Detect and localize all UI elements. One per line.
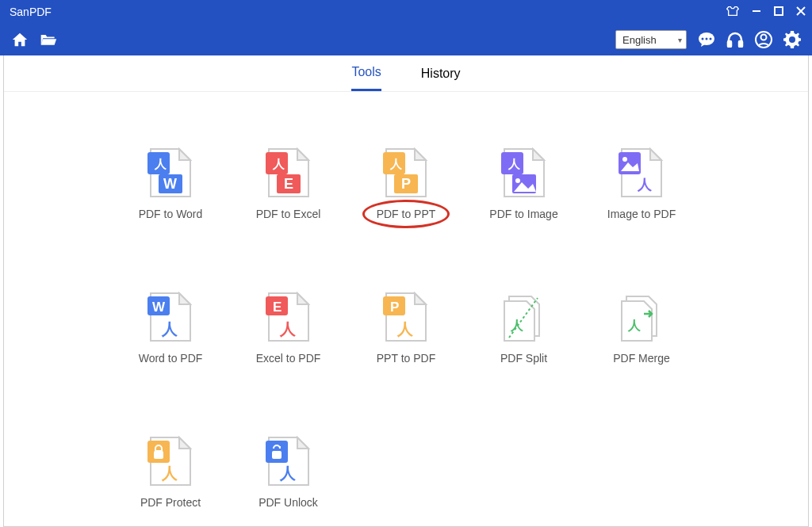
- tool-pdf-merge[interactable]: 人 PDF Merge: [586, 292, 697, 365]
- pdf-to-excel-icon: 人 E: [266, 147, 312, 200]
- pdf-unlock-icon: 人: [266, 436, 312, 488]
- svg-text:人: 人: [161, 464, 178, 482]
- tool-label: Word to PDF: [139, 352, 203, 365]
- tool-image-to-pdf[interactable]: 人 Image to PDF: [586, 147, 697, 220]
- tool-label: Image to PDF: [607, 208, 676, 220]
- svg-text:E: E: [284, 176, 293, 192]
- chat-icon[interactable]: [698, 31, 715, 48]
- svg-text:P: P: [390, 300, 399, 315]
- highlight-annotation: [362, 200, 450, 228]
- tshirt-icon[interactable]: [726, 6, 739, 19]
- svg-point-5: [702, 38, 704, 40]
- tool-label: PDF Split: [500, 352, 547, 365]
- home-icon[interactable]: [11, 31, 29, 48]
- svg-text:P: P: [401, 176, 411, 192]
- tool-label: PDF to Word: [139, 208, 203, 220]
- main-content: Tools History 人 W PDF to Word 人 E: [3, 55, 809, 527]
- headphones-icon[interactable]: [726, 31, 744, 48]
- window-controls: [726, 6, 806, 19]
- excel-to-pdf-icon: E 人: [266, 292, 312, 344]
- svg-point-29: [622, 157, 627, 162]
- svg-point-27: [515, 178, 520, 183]
- tool-label: PDF to Excel: [256, 208, 321, 220]
- svg-text:人: 人: [279, 320, 297, 338]
- svg-text:人: 人: [279, 464, 297, 482]
- tool-pdf-unlock[interactable]: 人 PDF Unlock: [233, 436, 344, 509]
- language-selected: English: [622, 34, 657, 46]
- tab-tools[interactable]: Tools: [351, 55, 381, 91]
- svg-rect-9: [739, 41, 742, 47]
- svg-text:W: W: [163, 176, 177, 192]
- tabs: Tools History: [4, 55, 808, 92]
- tool-label: PDF Unlock: [259, 496, 318, 509]
- tool-pdf-to-image[interactable]: 人 PDF to Image: [469, 147, 580, 220]
- user-icon[interactable]: [755, 31, 772, 48]
- svg-rect-1: [775, 7, 783, 15]
- ppt-to-pdf-icon: P 人: [383, 292, 429, 344]
- maximize-button[interactable]: [774, 6, 783, 18]
- svg-rect-47: [272, 451, 282, 459]
- svg-rect-8: [728, 41, 731, 47]
- settings-icon[interactable]: [783, 31, 801, 48]
- toolbar: English: [0, 24, 812, 55]
- svg-text:人: 人: [627, 319, 642, 332]
- pdf-to-word-icon: 人 W: [147, 147, 193, 200]
- tool-pdf-split[interactable]: 人 PDF Split: [469, 292, 580, 365]
- tab-history[interactable]: History: [421, 55, 461, 91]
- svg-text:E: E: [273, 300, 282, 315]
- tool-excel-to-pdf[interactable]: E 人 Excel to PDF: [233, 292, 344, 365]
- svg-text:人: 人: [396, 320, 414, 338]
- svg-text:人: 人: [154, 157, 167, 170]
- svg-rect-44: [154, 451, 163, 459]
- pdf-split-icon: 人: [501, 292, 547, 344]
- app-title: SanPDF: [10, 6, 52, 18]
- svg-point-6: [706, 38, 708, 40]
- tool-pdf-to-ppt[interactable]: 人 P PDF to PPT: [350, 147, 462, 220]
- tool-pdf-to-word[interactable]: 人 W PDF to Word: [115, 147, 226, 220]
- pdf-to-image-icon: 人: [501, 147, 547, 200]
- pdf-to-ppt-icon: 人 P: [383, 147, 429, 200]
- image-to-pdf-icon: 人: [619, 147, 665, 200]
- language-select[interactable]: English: [615, 30, 687, 49]
- tool-label: PDF Merge: [613, 352, 670, 365]
- word-to-pdf-icon: W 人: [147, 292, 193, 344]
- tool-ppt-to-pdf[interactable]: P 人 PPT to PDF: [350, 292, 462, 365]
- svg-point-7: [710, 38, 712, 40]
- tool-label: Excel to PDF: [256, 352, 321, 365]
- tool-pdf-protect[interactable]: 人 PDF Protect: [115, 436, 226, 509]
- tool-label: PDF Protect: [140, 496, 201, 509]
- tools-grid: 人 W PDF to Word 人 E PDF to Excel 人: [4, 92, 808, 509]
- close-button[interactable]: [796, 6, 806, 18]
- tool-pdf-to-excel[interactable]: 人 E PDF to Excel: [233, 147, 344, 220]
- svg-point-11: [761, 35, 767, 40]
- svg-text:人: 人: [510, 319, 524, 332]
- minimize-button[interactable]: [752, 6, 761, 18]
- svg-text:人: 人: [161, 320, 178, 338]
- tool-word-to-pdf[interactable]: W 人 Word to PDF: [115, 292, 226, 365]
- tool-label: PPT to PDF: [377, 352, 435, 365]
- folder-open-icon[interactable]: [40, 31, 57, 48]
- svg-text:人: 人: [389, 157, 403, 170]
- tool-label: PDF to Image: [489, 208, 557, 220]
- svg-text:人: 人: [272, 157, 285, 170]
- pdf-merge-icon: 人: [619, 292, 665, 344]
- pdf-protect-icon: 人: [147, 436, 193, 488]
- svg-text:W: W: [152, 300, 166, 315]
- svg-text:人: 人: [508, 157, 521, 170]
- title-bar: SanPDF: [0, 0, 812, 24]
- svg-text:人: 人: [637, 177, 653, 193]
